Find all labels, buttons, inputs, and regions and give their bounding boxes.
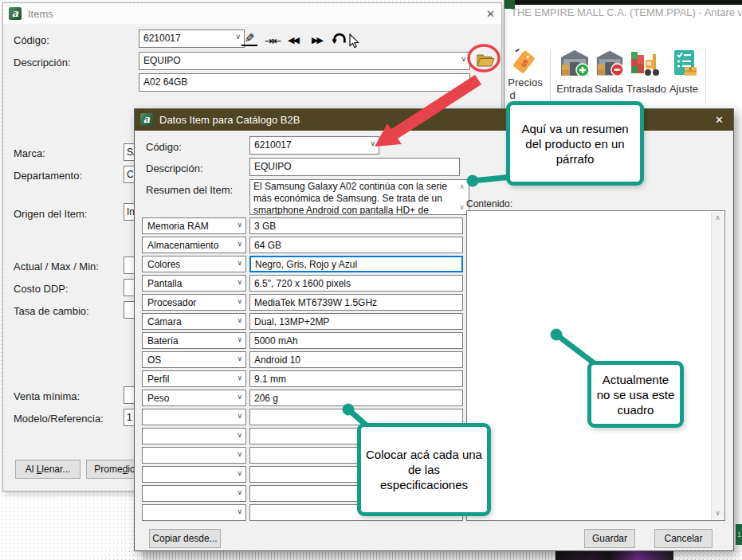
descripcion2-input[interactable]: A02 64GB (139, 73, 470, 92)
spec-name-select[interactable]: Memoria RAM ∨ (142, 217, 246, 234)
previous-record-button[interactable]: ◀◀ (288, 36, 298, 45)
spec-value-input[interactable]: Android 10 (249, 351, 463, 368)
close-icon[interactable]: ✕ (486, 8, 495, 20)
resumen-textarea[interactable]: El Samsung Galaxy A02 continúa con la se… (249, 179, 469, 215)
contenido-scrollbar[interactable]: ∧ ∨ (711, 212, 724, 519)
copiar-desde-button[interactable]: Copiar desde... (149, 529, 221, 548)
chevron-down-icon[interactable]: ∨ (237, 336, 242, 343)
spec-value-input[interactable]: 9.1 mm (249, 370, 463, 387)
spec-name-select[interactable]: ∨ (142, 428, 246, 444)
spec-value-input[interactable]: 206 g (249, 390, 463, 406)
b2b-codigo-label: Código: (146, 141, 182, 153)
spec-name-select[interactable]: Almacenamiento ∨ (142, 237, 246, 253)
scroll-up-icon[interactable]: ∧ (712, 214, 724, 221)
spec-row: Batería ∨ 5000 mAh (142, 332, 463, 349)
b2b-codigo-combobox[interactable]: 6210017 ∨ (249, 136, 379, 155)
spec-name-select[interactable]: Cámara ∨ (142, 313, 246, 330)
chevron-down-icon[interactable]: ∨ (461, 56, 466, 63)
chevron-down-icon[interactable]: ∨ (237, 508, 242, 515)
codigo-combobox[interactable]: 6210017 ∨ (139, 29, 245, 48)
items-window-title: Items (28, 8, 53, 20)
spec-name-select[interactable]: ∨ (142, 466, 246, 483)
spec-name-select[interactable]: Perfil ∨ (142, 370, 246, 387)
chevron-down-icon[interactable]: ∨ (237, 470, 242, 477)
spec-name-select[interactable]: Peso ∨ (142, 390, 246, 406)
spec-name-text: Perfil (147, 374, 169, 385)
checklist-box-icon (669, 48, 700, 78)
edit-pencil-icon[interactable]: ✎ (241, 32, 257, 46)
next-record-button[interactable]: ▶▶ (312, 36, 322, 45)
guardar-button[interactable]: Guardar (584, 529, 635, 548)
chevron-down-icon[interactable]: ∨ (237, 221, 242, 229)
chevron-down-icon[interactable]: ∨ (237, 298, 242, 305)
spec-name-select[interactable]: ∨ (142, 447, 246, 464)
venta-minima-label: Venta mínima: (14, 390, 80, 402)
spec-value-input[interactable]: 64 GB (249, 237, 463, 253)
contenido-label: Contenido: (466, 198, 512, 210)
chevron-down-icon[interactable]: ∨ (235, 33, 241, 41)
b2b-descripcion-input[interactable]: EQUIPO (249, 158, 460, 176)
chevron-down-icon[interactable]: ∨ (237, 260, 242, 267)
scroll-down-icon[interactable]: ∨ (712, 510, 724, 517)
spec-value-input[interactable]: 3 GB (249, 217, 463, 234)
undo-button[interactable] (332, 32, 347, 46)
codigo-value: 6210017 (143, 33, 181, 44)
spec-row: Procesador ∨ MediaTek MT6739W 1.5GHz (142, 294, 463, 311)
callout-text: Aquí va un resumen del producto en un pá… (515, 121, 635, 166)
b2b-codigo-value: 6210017 (254, 139, 292, 151)
spec-name-select[interactable]: Procesador ∨ (142, 294, 246, 311)
b2b-dialog-title: Datos Item para Catálogo B2B (159, 114, 300, 126)
app-logo-icon: a (9, 7, 22, 20)
chevron-down-icon[interactable]: ∨ (237, 432, 242, 439)
spec-name-select[interactable]: ∨ (142, 409, 246, 425)
spec-value-input[interactable]: Negro, Gris, Rojo y Azul (249, 256, 463, 272)
chevron-down-icon[interactable]: ∨ (237, 489, 242, 496)
chevron-down-icon[interactable]: ∨ (237, 355, 242, 362)
spec-value-input[interactable]: Dual, 13MP+2MP (249, 313, 463, 330)
spec-row: Memoria RAM ∨ 3 GB (142, 217, 463, 234)
actual-max-min-label: Actual / Max / Min: (14, 260, 99, 272)
app-logo-icon: a (140, 113, 153, 126)
desktop-fragment-photo (556, 551, 673, 560)
toolbar-separator (550, 49, 551, 102)
scroll-up-icon[interactable]: ∧ (456, 183, 468, 190)
spec-name-select[interactable]: ∨ (142, 485, 246, 502)
callout-contenido: Actualmente no se usa este cuadro (587, 361, 684, 428)
chevron-down-icon[interactable]: ∨ (237, 279, 242, 286)
modelo-referencia-label: Modelo/Referencia: (14, 413, 104, 425)
cancelar-button[interactable]: Cancelar (654, 529, 713, 548)
callout-text: Colocar acá cada una de las especificaci… (366, 447, 482, 492)
warehouse-in-icon (559, 48, 591, 78)
spec-row: Cámara ∨ Dual, 13MP+2MP (142, 313, 463, 330)
merge-icon[interactable]: ⇥⇤ (265, 36, 281, 46)
b2b-descripcion-label: Descripción: (146, 163, 203, 174)
spec-name-select[interactable]: Batería ∨ (142, 332, 246, 349)
chevron-down-icon[interactable]: ∨ (237, 394, 242, 401)
chevron-down-icon[interactable]: ∨ (237, 374, 242, 382)
chevron-down-icon[interactable]: ∨ (370, 140, 375, 147)
al-llenar-button[interactable]: Al Llenar... (15, 460, 80, 479)
spec-value-input[interactable]: MediaTek MT6739W 1.5GHz (249, 294, 463, 311)
warehouse-out-icon (595, 48, 625, 78)
spec-name-select[interactable]: ∨ (142, 504, 246, 521)
spec-value-input[interactable]: 5000 mAh (249, 332, 463, 349)
spec-row: Pantalla ∨ 6.5", 720 x 1600 pixels (142, 275, 463, 292)
spec-name-select[interactable]: OS ∨ (142, 351, 246, 368)
toolbar-separator (705, 48, 706, 104)
spec-name-select[interactable]: Pantalla ∨ (142, 275, 246, 292)
spec-value-input[interactable]: 6.5", 720 x 1600 pixels (249, 275, 463, 292)
chevron-down-icon[interactable]: ∨ (237, 317, 242, 324)
open-catalog-folder-button[interactable] (475, 52, 496, 69)
spec-name-select[interactable]: Colores ∨ (142, 256, 246, 272)
callout-text: Actualmente no se usa este cuadro (596, 372, 675, 417)
items-titlebar (3, 3, 501, 24)
spec-row: Peso ∨ 206 g (142, 390, 463, 406)
chevron-down-icon[interactable]: ∨ (237, 241, 242, 248)
toolbar-label: Precios (504, 76, 546, 88)
descripcion-combobox[interactable]: EQUIPO ∨ (139, 52, 470, 70)
app-title: THE EMPIRE MALL C.A. (TEMM.PPAL) - Antar… (511, 6, 741, 18)
close-icon[interactable]: ✕ (715, 114, 724, 126)
chevron-down-icon[interactable]: ∨ (237, 413, 242, 420)
spec-name-text: Almacenamiento (147, 240, 218, 251)
chevron-down-icon[interactable]: ∨ (237, 451, 242, 458)
